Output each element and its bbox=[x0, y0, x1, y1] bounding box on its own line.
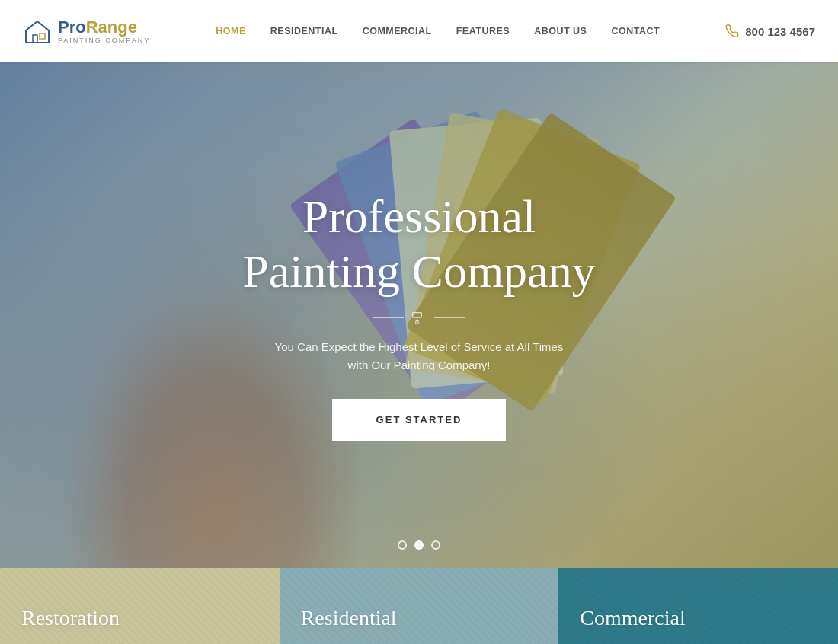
divider-line-left bbox=[373, 317, 404, 318]
logo-icon bbox=[23, 17, 52, 46]
bottom-cards: Restoration Residential Commercial bbox=[0, 568, 838, 644]
logo-name: ProRange bbox=[58, 18, 150, 37]
hero-subtitle-line2: with Our Painting Company! bbox=[348, 359, 491, 371]
svg-rect-2 bbox=[416, 320, 418, 324]
nav-home[interactable]: HOME bbox=[216, 26, 246, 37]
card-residential-title: Residential bbox=[301, 606, 397, 630]
nav-commercial[interactable]: COMMERCIAL bbox=[363, 26, 432, 37]
hero-divider bbox=[373, 311, 465, 326]
hero-subtitle: You Can Expect the Highest Level of Serv… bbox=[275, 338, 564, 375]
logo[interactable]: ProRange PAINTING COMPANY bbox=[23, 17, 150, 46]
nav-features[interactable]: FEATURES bbox=[456, 26, 510, 37]
hero-content: Professional Painting Company You Can Ex… bbox=[0, 62, 838, 568]
get-started-button[interactable]: GET STARTED bbox=[332, 399, 507, 441]
bottom-card-commercial[interactable]: Commercial bbox=[558, 568, 838, 644]
hero-section: Professional Painting Company You Can Ex… bbox=[0, 62, 838, 568]
nav-about[interactable]: ABOUT US bbox=[534, 26, 587, 37]
hero-subtitle-line1: You Can Expect the Highest Level of Serv… bbox=[275, 340, 564, 353]
slider-dot-1[interactable] bbox=[398, 540, 407, 550]
paint-roller-icon bbox=[411, 311, 427, 326]
phone-number[interactable]: 800 123 4567 bbox=[725, 24, 815, 38]
svg-rect-1 bbox=[413, 312, 422, 317]
slider-dots bbox=[398, 540, 440, 550]
logo-range: Range bbox=[86, 18, 137, 37]
logo-text: ProRange PAINTING COMPANY bbox=[58, 18, 150, 44]
hero-title-line1: Professional bbox=[302, 190, 536, 242]
hero-title: Professional Painting Company bbox=[242, 190, 595, 298]
slider-dot-3[interactable] bbox=[431, 540, 440, 550]
svg-rect-0 bbox=[40, 33, 45, 39]
logo-subtitle: PAINTING COMPANY bbox=[58, 37, 150, 44]
slider-dot-2[interactable] bbox=[414, 540, 424, 550]
header: ProRange PAINTING COMPANY HOME RESIDENTI… bbox=[0, 0, 838, 62]
phone-icon bbox=[725, 24, 739, 38]
card-commercial-title: Commercial bbox=[580, 606, 685, 630]
nav-contact[interactable]: CONTACT bbox=[611, 26, 660, 37]
bottom-card-residential[interactable]: Residential bbox=[280, 568, 559, 644]
nav-residential[interactable]: RESIDENTIAL bbox=[270, 26, 338, 37]
main-nav: HOME RESIDENTIAL COMMERCIAL FEATURES ABO… bbox=[216, 26, 660, 37]
card-restoration-title: Restoration bbox=[21, 606, 120, 630]
hero-title-line2: Painting Company bbox=[242, 245, 595, 297]
logo-pro: Pro bbox=[58, 18, 86, 37]
bottom-card-restoration[interactable]: Restoration bbox=[0, 568, 280, 644]
divider-line-right bbox=[434, 317, 465, 318]
phone-text: 800 123 4567 bbox=[745, 25, 815, 38]
